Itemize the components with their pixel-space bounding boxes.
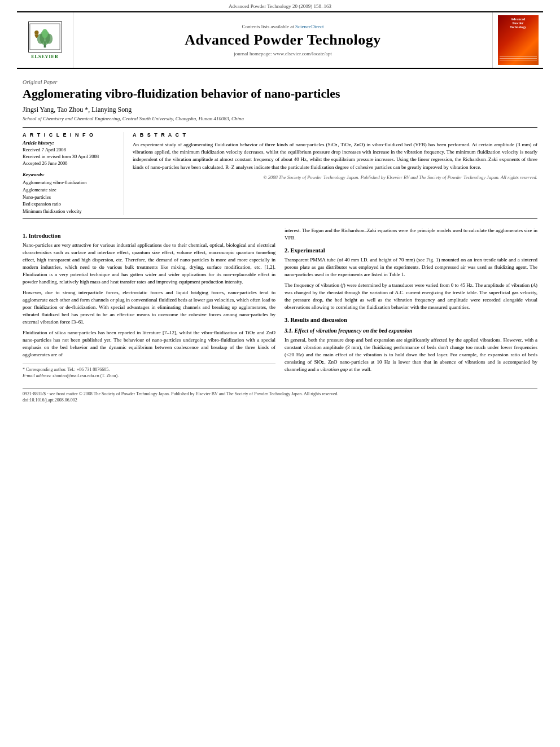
info-abstract-area: A R T I C L E I N F O Article history: R…	[23, 132, 537, 215]
journal-homepage: journal homepage: www.elsevier.com/locat…	[234, 51, 331, 56]
keywords-title: Keywords:	[23, 172, 117, 177]
section-1-para-2: However, due to strong interparticle for…	[23, 289, 275, 326]
affiliation: School of Chemistry and Chemical Enginee…	[23, 116, 537, 121]
section-2-para-1: Transparent PMMA tube (of 40 mm I.D. and…	[285, 256, 537, 278]
article-info: A R T I C L E I N F O Article history: R…	[23, 132, 124, 215]
content-area: Original Paper Agglomerating vibro-fluid…	[0, 69, 560, 385]
issn-line: 0921-8831/$ - see front matter © 2008 Th…	[23, 391, 537, 397]
article-info-title: A R T I C L E I N F O	[23, 132, 117, 138]
copyright-line: © 2008 The Society of Powder Technology …	[133, 174, 537, 180]
email-note: E-mail address: zhoutao@mail.csu.edu.cn …	[23, 373, 275, 379]
cover-title: AdvancedPowderTechnology	[510, 18, 526, 30]
svg-point-5	[34, 30, 38, 34]
cover-box: AdvancedPowderTechnology	[498, 15, 539, 65]
paper-title: Agglomerating vibro-fluidization behavio…	[23, 86, 537, 101]
journal-title-center: Contents lists available at ScienceDirec…	[73, 12, 492, 68]
elsevier-label: ELSEVIER	[31, 54, 58, 59]
keyword-4: Bed expansion ratio	[23, 200, 117, 208]
received-date: Received 7 April 2008	[23, 147, 117, 154]
section-1-heading: 1. Introduction	[23, 233, 275, 239]
paper-type: Original Paper	[23, 79, 537, 85]
divider-1	[23, 127, 537, 128]
journal-citation: Advanced Powder Technology 20 (2009) 158…	[229, 3, 331, 9]
authors: Jingsi Yang, Tao Zhou *, Lianying Song	[23, 106, 537, 114]
history-title: Article history:	[23, 140, 117, 146]
sciencedirect-link[interactable]: ScienceDirect	[295, 24, 323, 29]
page-footer: 0921-8831/$ - see front matter © 2008 Th…	[23, 388, 537, 403]
section-2-heading: 2. Experimental	[285, 247, 537, 254]
elsevier-logo-box	[28, 21, 62, 53]
section-1-para-1: Nano-particles are very attractive for v…	[23, 242, 275, 286]
body-left-col: 1. Introduction Nano-particles are very …	[23, 227, 275, 379]
svg-point-4	[42, 29, 48, 38]
keywords-section: Keywords: Agglomerating vibro-fluidizati…	[23, 172, 117, 215]
abstract-text: An experiment study of agglomerating flu…	[133, 141, 537, 171]
article-history: Article history: Received 7 April 2008 R…	[23, 140, 117, 167]
accepted-date: Accepted 26 June 2008	[23, 160, 117, 167]
keyword-2: Agglomerate size	[23, 186, 117, 194]
right-col-intro: interest. The Ergun and the Richardson–Z…	[285, 227, 537, 242]
body-right-col: interest. The Ergun and the Richardson–Z…	[285, 227, 537, 379]
journal-name: Advanced Powder Technology	[185, 32, 381, 49]
corresponding-note: * Corresponding author. Tel.: +86 731 88…	[23, 364, 275, 379]
journal-header: ELSEVIER Contents lists available at Sci…	[17, 11, 543, 69]
body-columns: 1. Introduction Nano-particles are very …	[23, 227, 537, 379]
section-1-para-3: Fluidization of silica nano-particles ha…	[23, 329, 275, 359]
sciencedirect-note: Contents lists available at ScienceDirec…	[242, 24, 324, 29]
cover-decoration	[498, 56, 539, 60]
keyword-1: Agglomerating vibro-fluidization	[23, 179, 117, 186]
page: Advanced Powder Technology 20 (2009) 158…	[0, 0, 560, 747]
abstract-title: A B S T R A C T	[133, 132, 537, 138]
section-3-heading: 3. Results and discussion	[285, 317, 537, 323]
revised-date: Received in revised form 30 April 2008	[23, 154, 117, 160]
section-3-1-heading: 3.1. Effect of vibration frequency on th…	[285, 327, 537, 334]
journal-cover-image: AdvancedPowderTechnology	[492, 12, 543, 68]
elsevier-logo-area: ELSEVIER	[17, 12, 73, 68]
journal-citation-bar: Advanced Powder Technology 20 (2009) 158…	[0, 0, 560, 11]
corresponding-author-note: * Corresponding author. Tel.: +86 731 88…	[23, 366, 275, 373]
doi-line: doi:10.1016/j.apt.2008.06.002	[23, 397, 537, 403]
section-3-1-para-1: In general, both the pressure drop and b…	[285, 337, 537, 373]
divider-2	[23, 219, 537, 219]
abstract-section: A B S T R A C T An experiment study of a…	[133, 132, 537, 215]
keyword-5: Minimum fluidization velocity	[23, 208, 117, 215]
section-2-para-2: The frequency of vibration (f) were dete…	[285, 282, 537, 311]
keyword-3: Nano-particles	[23, 194, 117, 201]
